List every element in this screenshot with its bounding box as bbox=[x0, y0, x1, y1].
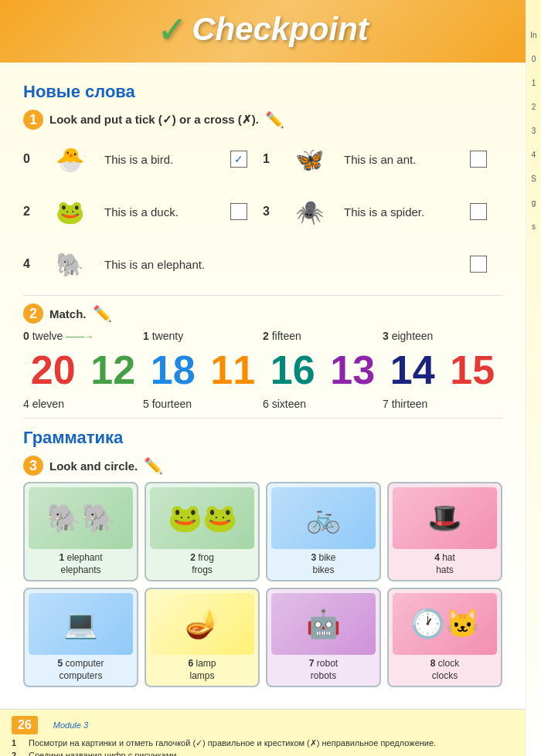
arrow-0: ——→ bbox=[66, 331, 94, 342]
img-lamp: 🪔 bbox=[150, 593, 254, 655]
checkbox-4[interactable] bbox=[470, 256, 487, 273]
pencil-icon-2: ✏️ bbox=[93, 304, 112, 323]
animal-item-4: 4 🐘 This is an elephant. bbox=[23, 241, 502, 287]
match-label-5: 5 fourteen bbox=[143, 398, 263, 410]
match-label-num-6: 6 bbox=[263, 398, 269, 410]
img-bike: 🚲 bbox=[271, 487, 376, 549]
img-num-6: 6 bbox=[188, 658, 193, 669]
footer-instruction-1: 1 Посмотри на картинки и отметь галочкой… bbox=[12, 738, 514, 748]
big-numbers-row: 20 12 18 11 16 13 14 15 bbox=[23, 346, 502, 394]
animal-col-right-1: 1 🦋 This is an ant. bbox=[263, 136, 502, 188]
margin-text-8: g bbox=[532, 198, 536, 207]
checkbox-3[interactable] bbox=[470, 203, 487, 220]
animal-img-3: 🕷️ bbox=[282, 188, 336, 235]
module-label: Module 3 bbox=[53, 720, 88, 730]
img-card-5: 💻 5 computercomputers bbox=[23, 588, 138, 687]
img-label-2: 2 frogfrogs bbox=[190, 552, 214, 576]
img-card-1: 🐘🐘 1 elephantelephants bbox=[23, 482, 138, 581]
exercise1-num: 1 bbox=[23, 110, 43, 130]
margin-text-1: In bbox=[530, 31, 536, 39]
img-num-4: 4 bbox=[434, 552, 440, 563]
animal-img-4: 🐘 bbox=[43, 241, 97, 287]
img-num-1: 1 bbox=[59, 552, 64, 563]
grammar-section: Грамматика 3 Look and circle. ✏️ 🐘🐘 1 el… bbox=[23, 428, 502, 687]
animal-img-1: 🦋 bbox=[282, 136, 336, 182]
big-num-20: 20 bbox=[31, 350, 76, 390]
animal-text-0: This is a bird. bbox=[104, 153, 223, 166]
match-word-label-3: eighteen bbox=[392, 330, 434, 342]
img-label-5: 5 computercomputers bbox=[57, 658, 104, 682]
img-label-7: 7 robotrobots bbox=[309, 658, 338, 682]
exercise1-instruction: Look and put a tick (✓) or a cross (✗). bbox=[49, 113, 259, 127]
match-word-label-0: twelve bbox=[32, 330, 63, 342]
animal-text-2: This is a duck. bbox=[104, 205, 223, 219]
match-num-3: 3 bbox=[383, 330, 389, 342]
animal-item-0: 0 🐣 This is a bird. ✓ bbox=[23, 136, 263, 182]
footer-num-1: 1 bbox=[12, 738, 21, 748]
big-num-12: 12 bbox=[90, 350, 135, 390]
big-num-18: 18 bbox=[151, 350, 196, 390]
img-frog: 🐸🐸 bbox=[150, 487, 254, 549]
img-card-3: 🚲 3 bikebikes bbox=[266, 482, 381, 581]
animal-img-0: 🐣 bbox=[43, 136, 97, 182]
img-num-3: 3 bbox=[311, 552, 316, 563]
match-label-word-4: eleven bbox=[32, 398, 64, 410]
img-label-6: 6 lamplamps bbox=[188, 658, 216, 682]
animal-item-1: 1 🦋 This is an ant. bbox=[263, 136, 502, 182]
img-num-7: 7 bbox=[309, 658, 315, 669]
margin-text-5: 3 bbox=[532, 127, 536, 135]
exercise2-num: 2 bbox=[23, 303, 43, 324]
animal-num-0: 0 bbox=[23, 152, 35, 166]
match-word-1: 1 twenty bbox=[143, 330, 263, 342]
img-card-4: 🎩 4 hathats bbox=[387, 482, 502, 581]
image-grid: 🐘🐘 1 elephantelephants 🐸🐸 2 frogfrogs bbox=[23, 482, 502, 687]
img-card-7: 🤖 7 robotrobots bbox=[266, 588, 381, 687]
animal-num-3: 3 bbox=[263, 205, 274, 219]
match-num-0: 0 bbox=[23, 330, 29, 342]
big-num-13: 13 bbox=[330, 350, 375, 390]
match-label-7: 7 thirteen bbox=[383, 398, 502, 410]
match-section: 0 twelve ——→ 1 twenty 2 fifteen 3 bbox=[23, 330, 502, 410]
match-label-num-4: 4 bbox=[23, 398, 29, 410]
img-num-5: 5 bbox=[57, 658, 63, 669]
img-computer: 💻 bbox=[29, 593, 133, 655]
checkbox-0[interactable]: ✓ bbox=[230, 151, 247, 168]
match-words-top: 0 twelve ——→ 1 twenty 2 fifteen 3 bbox=[23, 330, 502, 342]
match-label-4: 4 eleven bbox=[23, 398, 143, 410]
match-label-word-6: sixteen bbox=[272, 398, 306, 410]
big-num-11: 11 bbox=[210, 350, 255, 390]
match-word-label-1: twenty bbox=[152, 330, 183, 342]
pencil-icon-3: ✏️ bbox=[144, 456, 163, 475]
checkbox-1[interactable] bbox=[470, 151, 487, 168]
checkbox-2[interactable] bbox=[230, 203, 247, 220]
pencil-icon-1: ✏️ bbox=[265, 110, 284, 129]
match-label-word-7: thirteen bbox=[392, 398, 428, 410]
match-label-6: 6 sixteen bbox=[263, 398, 383, 410]
big-num-15: 15 bbox=[450, 350, 495, 390]
animal-col-right-3: 3 🕷️ This is a spider. bbox=[263, 188, 502, 241]
exercise3-header: 3 Look and circle. ✏️ bbox=[23, 456, 502, 476]
animal-num-2: 2 bbox=[23, 205, 35, 219]
page-number: 26 bbox=[12, 716, 38, 734]
img-clock: 🕐🐱 bbox=[393, 593, 497, 655]
animal-num-1: 1 bbox=[263, 152, 274, 166]
divider2 bbox=[23, 418, 502, 419]
footer-num-2: 2 bbox=[12, 751, 21, 756]
exercise2-header: 2 Match. ✏️ bbox=[23, 303, 502, 324]
match-label-num-5: 5 bbox=[143, 398, 149, 410]
footer-instruction-2: 2 Соедини названия цифр с рисунками. bbox=[12, 751, 514, 756]
animal-col-left-0: 0 🐣 This is a bird. ✓ bbox=[23, 136, 263, 188]
match-label-num-7: 7 bbox=[383, 398, 389, 410]
img-label-1: 1 elephantelephants bbox=[59, 552, 102, 576]
exercise3-instruction: Look and circle. bbox=[49, 459, 138, 473]
img-card-2: 🐸🐸 2 frogfrogs bbox=[145, 482, 260, 581]
animals-grid: 0 🐣 This is a bird. ✓ 1 🦋 This is an ant… bbox=[23, 136, 502, 287]
right-margin: In 0 1 2 3 4 S g s bbox=[526, 0, 541, 756]
animal-col-left-2: 2 🐸 This is a duck. bbox=[23, 188, 263, 241]
page-header: ✓ Checkpoint bbox=[0, 0, 526, 63]
img-num-8: 8 bbox=[430, 658, 436, 669]
animal-text-4: This is an elephant. bbox=[104, 258, 462, 271]
img-num-2: 2 bbox=[190, 552, 196, 563]
footer-text-2: Соедини названия цифр с рисунками. bbox=[29, 751, 179, 756]
match-word-label-2: fifteen bbox=[272, 330, 301, 342]
